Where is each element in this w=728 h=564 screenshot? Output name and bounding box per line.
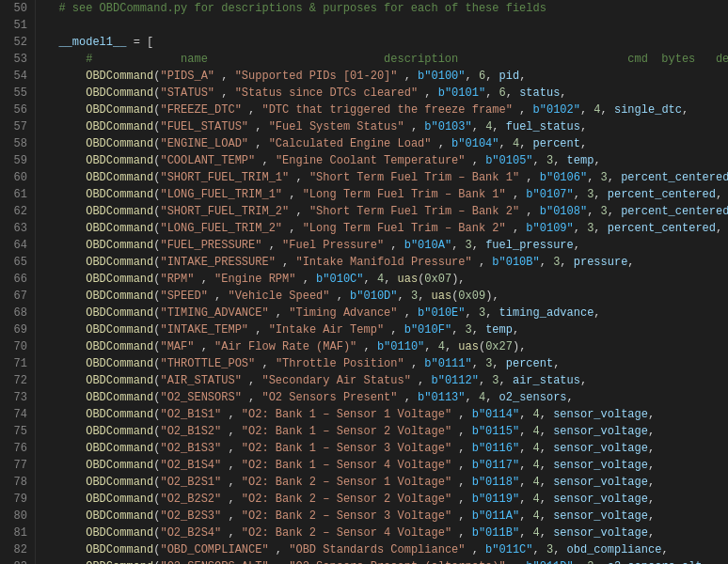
line-number: 67 [9,288,27,305]
line-number: 83 [9,558,27,564]
code-line: OBDCommand("O2_B1S1" , "O2: Bank 1 – Sen… [45,406,728,423]
line-number: 69 [9,321,27,338]
line-number: 65 [9,254,27,271]
code-line: OBDCommand("FREEZE_DTC" , "DTC that trig… [45,102,728,118]
line-number: 71 [9,355,27,372]
line-number: 59 [9,152,27,169]
line-number: 52 [9,34,27,51]
code-line: OBDCommand("LONG_FUEL_TRIM_2" , "Long Te… [45,220,728,237]
code-line: OBDCommand("O2_B2S2" , "O2: Bank 2 – Sen… [45,491,728,508]
line-number: 57 [9,118,27,135]
code-line: OBDCommand("SHORT_FUEL_TRIM_2" , "Short … [45,203,728,220]
code-line: OBDCommand("SHORT_FUEL_TRIM_1" , "Short … [45,169,728,186]
line-number: 78 [9,474,27,491]
line-number: 61 [9,186,27,203]
code-line: OBDCommand("O2_B1S3" , "O2: Bank 1 – Sen… [45,440,728,457]
line-number: 79 [9,491,27,508]
code-line: # name description cmd bytes decoder [45,51,728,68]
code-line: OBDCommand("O2_SENSORS" , "O2 Sensors Pr… [45,389,728,406]
line-number: 51 [9,17,27,34]
code-line: OBDCommand("O2_B2S4" , "O2: Bank 2 – Sen… [45,525,728,541]
code-line: OBDCommand("STATUS" , "Status since DTCs… [45,85,728,102]
line-number: 76 [9,440,27,457]
code-editor: 5051525354555657585960616263646566676869… [0,0,728,564]
code-line: OBDCommand("LONG_FUEL_TRIM_1" , "Long Te… [45,186,728,203]
code-line: OBDCommand("COOLANT_TEMP" , "Engine Cool… [45,152,728,169]
code-line: OBDCommand("ENGINE_LOAD" , "Calculated E… [45,135,728,152]
line-number: 72 [9,372,27,389]
code-line: OBDCommand("SPEED" , "Vehicle Speed" , b… [45,288,728,305]
line-number: 60 [9,169,27,186]
line-number: 56 [9,102,27,118]
code-line: OBDCommand("TIMING_ADVANCE" , "Timing Ad… [45,305,728,321]
code-line: OBDCommand("THROTTLE_POS" , "Throttle Po… [45,355,728,372]
code-line: OBDCommand("INTAKE_PRESSURE" , "Intake M… [45,254,728,271]
line-number: 63 [9,220,27,237]
code-line: OBDCommand("O2_B2S3" , "O2: Bank 2 – Sen… [45,508,728,525]
line-number: 74 [9,406,27,423]
line-number: 73 [9,389,27,406]
code-line: OBDCommand("O2_B1S4" , "O2: Bank 1 – Sen… [45,457,728,474]
code-line: OBDCommand("OBD_COMPLIANCE" , "OBD Stand… [45,541,728,558]
line-number: 77 [9,457,27,474]
line-number: 66 [9,271,27,288]
line-number: 62 [9,203,27,220]
code-line: OBDCommand("RPM" , "Engine RPM" , b"010C… [45,271,728,288]
code-line: OBDCommand("O2_SENSORS_ALT" , "O2 Sensor… [45,558,728,564]
line-number: 68 [9,305,27,321]
code-line: # see OBDCommand.py for descriptions & p… [45,0,728,17]
code-line [45,17,728,34]
line-number: 50 [9,0,27,17]
line-number: 53 [9,51,27,68]
code-line: OBDCommand("INTAKE_TEMP" , "Intake Air T… [45,321,728,338]
code-line: OBDCommand("AIR_STATUS" , "Secondary Air… [45,372,728,389]
code-line: OBDCommand("MAF" , "Air Flow Rate (MAF)"… [45,338,728,355]
code-line: OBDCommand("O2_B2S1" , "O2: Bank 2 – Sen… [45,474,728,491]
code-line: OBDCommand("FUEL_PRESSURE" , "Fuel Press… [45,237,728,254]
line-number: 55 [9,85,27,102]
line-numbers: 5051525354555657585960616263646566676869… [0,0,36,564]
line-number: 70 [9,338,27,355]
code-content: 5051525354555657585960616263646566676869… [0,0,728,564]
code-lines[interactable]: # see OBDCommand.py for descriptions & p… [36,0,728,564]
code-line: OBDCommand("PIDS_A" , "Supported PIDs [0… [45,68,728,85]
code-line: __model1__ = [ [45,34,728,51]
line-number: 81 [9,525,27,541]
line-number: 75 [9,423,27,440]
line-number: 58 [9,135,27,152]
line-number: 82 [9,541,27,558]
code-line: OBDCommand("O2_B1S2" , "O2: Bank 1 – Sen… [45,423,728,440]
code-line: OBDCommand("FUEL_STATUS" , "Fuel System … [45,118,728,135]
line-number: 80 [9,508,27,525]
line-number: 54 [9,68,27,85]
line-number: 64 [9,237,27,254]
